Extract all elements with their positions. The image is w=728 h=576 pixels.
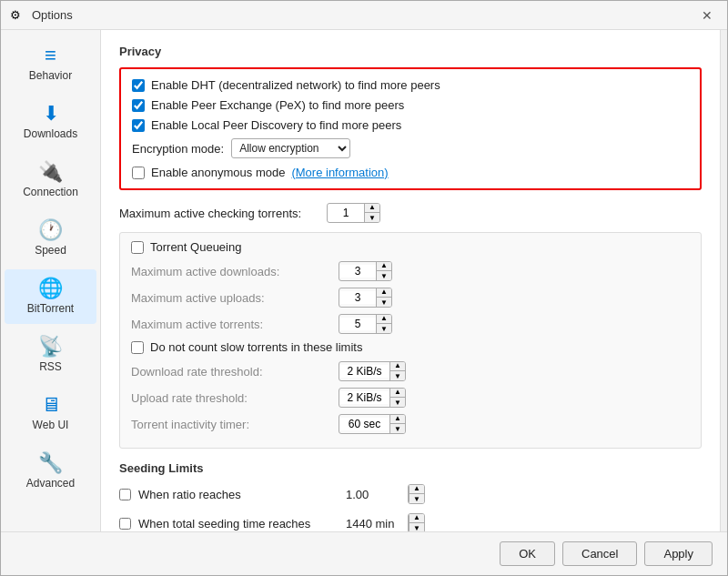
ratio-value: 1.00 (346, 488, 400, 501)
max-uploads-label: Maximum active uploads: (131, 291, 331, 305)
dialog-window: ⚙ Options ✕ ≡ Behavior ⬇ Downloads 🔌 Con… (0, 0, 728, 576)
max-downloads-row: Maximum active downloads: ▲ ▼ (131, 261, 690, 281)
sidebar-label-connection: Connection (23, 186, 78, 198)
sidebar-item-advanced[interactable]: 🔧 Advanced (5, 444, 96, 499)
more-info-link[interactable]: (More information) (291, 166, 388, 179)
upload-rate-label: Upload rate threshold: (131, 391, 331, 405)
download-rate-up[interactable]: ▲ (390, 361, 405, 371)
max-checking-spinner-btns: ▲ ▼ (364, 203, 379, 223)
torrent-queue-label: Torrent Queueing (150, 240, 241, 254)
privacy-title: Privacy (119, 45, 702, 58)
sidebar-item-downloads[interactable]: ⬇ Downloads (5, 95, 96, 149)
max-uploads-down[interactable]: ▼ (377, 298, 391, 308)
local-peer-row: Enable Local Peer Discovery to find more… (132, 118, 689, 132)
torrent-queue-checkbox[interactable] (131, 241, 144, 254)
close-button[interactable]: ✕ (696, 5, 718, 26)
max-uploads-spinner-btns: ▲ ▼ (376, 288, 391, 308)
max-checking-down[interactable]: ▼ (365, 213, 379, 223)
downloads-icon: ⬇ (43, 104, 59, 124)
inactivity-spinner: ▲ ▼ (339, 414, 406, 434)
max-torrents-input[interactable] (339, 318, 376, 330)
title-bar-left: ⚙ Options (10, 8, 73, 23)
max-torrents-up[interactable]: ▲ (377, 314, 391, 324)
torrent-queue-row: Torrent Queueing (131, 240, 690, 254)
sidebar-label-bittorrent: BitTorrent (27, 302, 74, 315)
anonymous-checkbox[interactable] (132, 167, 145, 179)
pex-checkbox[interactable] (132, 99, 145, 112)
upload-rate-input[interactable] (339, 391, 389, 404)
inactivity-down[interactable]: ▼ (390, 424, 405, 434)
max-torrents-label: Maximum active torrents: (131, 318, 331, 331)
max-downloads-input[interactable] (339, 265, 376, 278)
max-checking-input[interactable] (328, 207, 364, 219)
max-torrents-row: Maximum active torrents: ▲ ▼ (131, 314, 690, 334)
inactivity-row: Torrent inactivity timer: ▲ ▼ (131, 414, 690, 434)
max-checking-label: Maximum active checking torrents: (119, 207, 319, 220)
slow-torrents-checkbox[interactable] (131, 341, 144, 354)
inactivity-spinner-btns: ▲ ▼ (389, 414, 405, 434)
content-wrapper: Privacy Enable DHT (decentralized networ… (101, 30, 727, 531)
max-downloads-down[interactable]: ▼ (377, 271, 391, 281)
torrent-queue-section: Torrent Queueing Maximum active download… (119, 232, 702, 449)
encryption-mode-select[interactable]: Prefer encryption Allow encryption Requi… (231, 138, 350, 158)
apply-button[interactable]: Apply (644, 541, 713, 566)
footer: OK Cancel Apply (1, 531, 727, 575)
app-icon: ⚙ (10, 8, 25, 23)
inactivity-input[interactable] (339, 418, 389, 430)
seeding-time-down[interactable]: ▼ (410, 523, 424, 531)
sidebar-label-downloads: Downloads (24, 127, 77, 140)
dht-label: Enable DHT (decentralized network) to fi… (151, 78, 440, 92)
upload-rate-down[interactable]: ▼ (390, 398, 405, 408)
ratio-row: When ratio reaches 1.00 ▲ ▼ (119, 484, 702, 504)
seeding-time-checkbox[interactable] (119, 518, 131, 530)
sidebar-label-advanced: Advanced (26, 477, 75, 490)
max-uploads-up[interactable]: ▲ (377, 288, 391, 298)
speed-icon: 🕐 (38, 220, 63, 240)
max-torrents-down[interactable]: ▼ (377, 324, 391, 334)
download-rate-down[interactable]: ▼ (390, 371, 405, 381)
upload-rate-up[interactable]: ▲ (390, 388, 405, 398)
upload-rate-row: Upload rate threshold: ▲ ▼ (131, 388, 690, 408)
cancel-button[interactable]: Cancel (562, 541, 637, 566)
sidebar-label-behavior: Behavior (29, 69, 72, 82)
sidebar-item-webui[interactable]: 🖥 Web UI (5, 386, 96, 440)
ok-button[interactable]: OK (500, 541, 555, 566)
sidebar-item-connection[interactable]: 🔌 Connection (5, 153, 96, 207)
slow-torrents-row: Do not count slow torrents in these limi… (131, 340, 690, 354)
max-downloads-spinner: ▲ ▼ (339, 261, 392, 281)
main-content: ≡ Behavior ⬇ Downloads 🔌 Connection 🕐 Sp… (1, 30, 727, 531)
ratio-checkbox[interactable] (119, 489, 131, 500)
sidebar-label-webui: Web UI (33, 419, 69, 431)
max-uploads-input[interactable] (339, 291, 376, 304)
encryption-mode-label: Encryption mode: (132, 142, 224, 156)
sidebar-label-speed: Speed (35, 244, 66, 257)
behavior-icon: ≡ (45, 45, 56, 66)
sidebar-item-rss[interactable]: 📡 RSS (5, 328, 96, 382)
max-uploads-spinner: ▲ ▼ (339, 288, 392, 308)
ratio-down[interactable]: ▼ (410, 494, 424, 504)
dht-checkbox[interactable] (132, 79, 145, 92)
privacy-box: Enable DHT (decentralized network) to fi… (119, 67, 702, 190)
content-area: Privacy Enable DHT (decentralized networ… (101, 30, 720, 531)
local-peer-checkbox[interactable] (132, 119, 145, 132)
webui-icon: 🖥 (41, 395, 61, 415)
sidebar-item-behavior[interactable]: ≡ Behavior (5, 36, 96, 91)
seeding-time-spinner-btns: ▲ ▼ (409, 513, 424, 531)
max-downloads-up[interactable]: ▲ (377, 261, 391, 271)
download-rate-spinner-btns: ▲ ▼ (389, 361, 405, 381)
max-checking-up[interactable]: ▲ (365, 203, 379, 213)
scrollbar[interactable] (720, 30, 727, 531)
pex-label: Enable Peer Exchange (PeX) to find more … (151, 98, 404, 112)
seeding-time-up[interactable]: ▲ (410, 513, 424, 523)
ratio-spinner: ▲ ▼ (408, 484, 425, 504)
sidebar-item-bittorrent[interactable]: 🌐 BitTorrent (5, 269, 96, 324)
sidebar-item-speed[interactable]: 🕐 Speed (5, 211, 96, 266)
ratio-up[interactable]: ▲ (410, 484, 424, 494)
sidebar: ≡ Behavior ⬇ Downloads 🔌 Connection 🕐 Sp… (1, 30, 101, 531)
anonymous-label: Enable anonymous mode (151, 166, 285, 179)
download-rate-input[interactable] (339, 365, 389, 378)
inactivity-up[interactable]: ▲ (390, 414, 405, 424)
pex-row: Enable Peer Exchange (PeX) to find more … (132, 98, 689, 112)
ratio-label: When ratio reaches (138, 488, 339, 501)
download-rate-spinner: ▲ ▼ (339, 361, 406, 381)
